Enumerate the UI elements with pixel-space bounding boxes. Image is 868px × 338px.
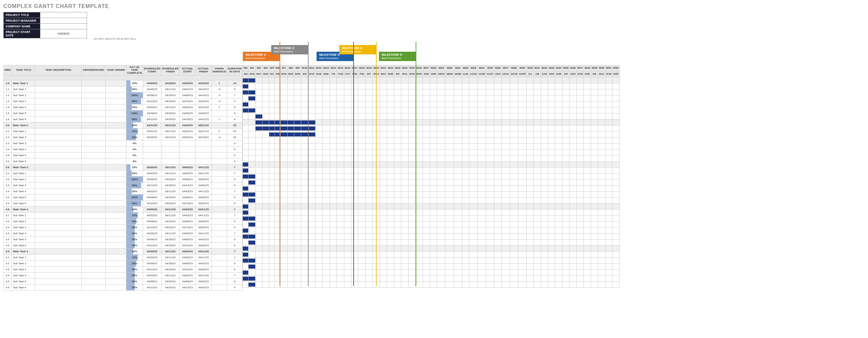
- company-name-input[interactable]: [40, 24, 87, 29]
- cell[interactable]: 04/03/23: [180, 80, 195, 86]
- cell[interactable]: [35, 122, 82, 128]
- cell[interactable]: Sub Task 4: [12, 146, 35, 152]
- cell[interactable]: [35, 236, 82, 242]
- cell[interactable]: [82, 194, 106, 200]
- cell[interactable]: 100%: [126, 92, 143, 98]
- cell[interactable]: 04/18/23: [195, 92, 212, 98]
- table-row[interactable]: 2.4Sub Task 40%0: [4, 146, 243, 152]
- project-start-date-input[interactable]: 04/03/23: [40, 29, 87, 38]
- cell[interactable]: 04/03/23: [180, 164, 195, 170]
- cell[interactable]: 04/08/23: [143, 236, 161, 242]
- cell[interactable]: -4: [212, 92, 227, 98]
- cell[interactable]: [106, 182, 126, 188]
- cell[interactable]: 04/03/23: [180, 104, 195, 110]
- cell[interactable]: [35, 86, 82, 92]
- cell[interactable]: 6: [227, 242, 243, 248]
- cell[interactable]: Sub Task 3: [12, 224, 35, 230]
- cell[interactable]: 04/13/23: [180, 266, 195, 272]
- table-row[interactable]: 1.2Sub Task 2100%04/08/2304/20/2304/08/2…: [4, 92, 243, 98]
- cell[interactable]: [82, 224, 106, 230]
- cell[interactable]: [35, 272, 82, 278]
- cell[interactable]: [82, 146, 106, 152]
- cell[interactable]: 43: [227, 122, 243, 128]
- cell[interactable]: 04/11/23: [195, 272, 212, 278]
- cell[interactable]: [161, 140, 180, 146]
- cell[interactable]: 04/03/23: [143, 206, 161, 212]
- cell[interactable]: [35, 152, 82, 158]
- table-row[interactable]: 1.0Main Task 125%04/03/2304/20/2304/03/2…: [4, 80, 243, 86]
- cell[interactable]: 04/20/23: [161, 236, 180, 242]
- cell[interactable]: 04/08/23: [180, 260, 195, 266]
- table-row[interactable]: 3.6Sub Task 690%04/13/2304/20/2304/13/23…: [4, 200, 243, 206]
- cell[interactable]: 9: [227, 218, 243, 224]
- cell[interactable]: 0%: [126, 146, 143, 152]
- cell[interactable]: 04/03/23: [180, 206, 195, 212]
- cell[interactable]: [180, 152, 195, 158]
- cell[interactable]: 4.1: [4, 212, 12, 218]
- cell[interactable]: 04/20/23: [161, 200, 180, 206]
- table-row[interactable]: 4.0Main Task 440%04/03/2304/11/2304/03/2…: [4, 206, 243, 212]
- cell[interactable]: 04/03/23: [143, 170, 161, 176]
- table-row[interactable]: 1.4Sub Task 433%04/03/2304/11/2304/03/23…: [4, 104, 243, 110]
- cell[interactable]: 60%: [126, 218, 143, 224]
- cell[interactable]: Sub Task 6: [12, 116, 35, 122]
- cell[interactable]: 04/20/23: [161, 110, 180, 116]
- cell[interactable]: [212, 122, 227, 128]
- cell[interactable]: 3.0: [4, 164, 12, 170]
- cell[interactable]: [106, 284, 126, 290]
- cell[interactable]: [35, 230, 82, 236]
- cell[interactable]: 4.6: [4, 242, 12, 248]
- table-row[interactable]: 2.5Sub Task 50%0: [4, 152, 243, 158]
- table-row[interactable]: 4.2Sub Task 260%04/08/2304/20/2304/08/23…: [4, 218, 243, 224]
- cell[interactable]: [106, 254, 126, 260]
- table-row[interactable]: 4.1Sub Task 170%04/03/2304/11/2304/03/23…: [4, 254, 243, 260]
- table-row[interactable]: 1.6Sub Task 690%04/13/2304/20/2304/18/23…: [4, 116, 243, 122]
- cell[interactable]: 04/11/23: [161, 164, 180, 170]
- table-row[interactable]: 3.5Sub Task 5100%04/08/2304/20/2304/08/2…: [4, 194, 243, 200]
- cell[interactable]: 04/11/23: [161, 104, 180, 110]
- cell[interactable]: 04/20/23: [161, 242, 180, 248]
- cell[interactable]: 4.6: [4, 284, 12, 290]
- cell[interactable]: 04/20/23: [161, 266, 180, 272]
- cell[interactable]: Sub Task 5: [12, 278, 35, 284]
- table-row[interactable]: 4.3Sub Task 350%04/13/2304/20/2304/13/23…: [4, 266, 243, 272]
- table-row[interactable]: 3.2Sub Task 2100%04/08/2304/20/2304/08/2…: [4, 176, 243, 182]
- cell[interactable]: [180, 140, 195, 146]
- cell[interactable]: 1.5: [4, 110, 12, 116]
- cell[interactable]: Sub Task 6: [12, 284, 35, 290]
- cell[interactable]: 0: [227, 152, 243, 158]
- cell[interactable]: 4.4: [4, 272, 12, 278]
- cell[interactable]: [106, 200, 126, 206]
- cell[interactable]: [106, 278, 126, 284]
- cell[interactable]: 04/13/23: [180, 98, 195, 104]
- cell[interactable]: 4: [227, 116, 243, 122]
- cell[interactable]: [35, 158, 82, 164]
- cell[interactable]: [106, 104, 126, 110]
- cell[interactable]: [35, 104, 82, 110]
- cell[interactable]: 04/20/23: [195, 200, 212, 206]
- cell[interactable]: 04/13/23: [143, 116, 161, 122]
- cell[interactable]: 04/08/23: [180, 194, 195, 200]
- cell[interactable]: 04/20/23: [195, 260, 212, 266]
- table-row[interactable]: 4.0Main Task 440%04/03/2304/11/2304/03/2…: [4, 248, 243, 254]
- cell[interactable]: [35, 116, 82, 122]
- cell[interactable]: [82, 80, 106, 86]
- cell[interactable]: Main Task 2: [12, 122, 35, 128]
- cell[interactable]: 04/08/23: [143, 92, 161, 98]
- cell[interactable]: 06/17/23: [161, 128, 180, 134]
- cell[interactable]: 4.2: [4, 218, 12, 224]
- table-row[interactable]: 1.3Sub Task 390%04/13/2304/20/2304/13/23…: [4, 98, 243, 104]
- cell[interactable]: [212, 266, 227, 272]
- cell[interactable]: 50%: [126, 284, 143, 290]
- table-row[interactable]: 4.5Sub Task 550%04/08/2304/20/2304/08/23…: [4, 278, 243, 284]
- cell[interactable]: 04/22/23: [195, 116, 212, 122]
- cell[interactable]: [106, 164, 126, 170]
- cell[interactable]: 04/03/23: [143, 86, 161, 92]
- cell[interactable]: 04/20/23: [195, 224, 212, 230]
- cell[interactable]: [106, 98, 126, 104]
- cell[interactable]: 04/11/23: [195, 230, 212, 236]
- cell[interactable]: 04/13/23: [143, 266, 161, 272]
- cell[interactable]: 04/08/23: [143, 194, 161, 200]
- cell[interactable]: 04/13/23: [180, 182, 195, 188]
- cell[interactable]: Sub Task 5: [12, 194, 35, 200]
